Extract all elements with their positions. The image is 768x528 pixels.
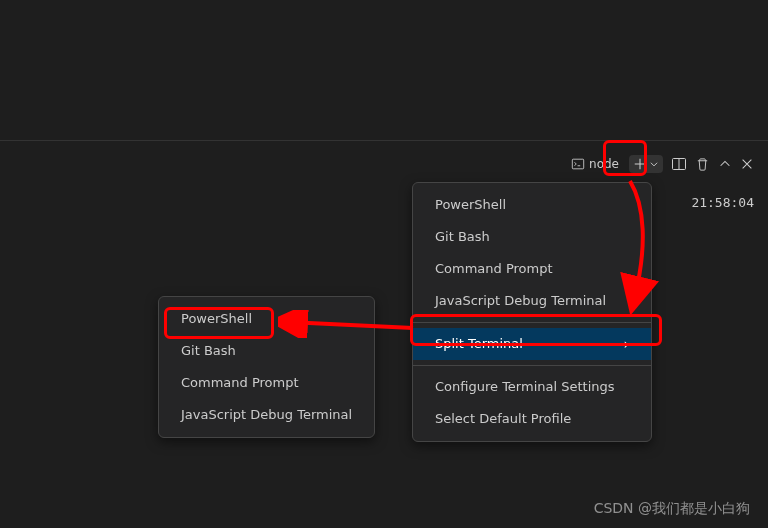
new-terminal-menu: PowerShell Git Bash Command Prompt JavaS… — [412, 182, 652, 442]
menu-item-label: Command Prompt — [181, 373, 299, 393]
new-terminal-dropdown[interactable] — [625, 151, 667, 177]
menu-item-git-bash[interactable]: Git Bash — [413, 221, 651, 253]
submenu-item-js-debug-terminal[interactable]: JavaScript Debug Terminal — [159, 399, 374, 431]
split-terminal-button[interactable] — [667, 151, 691, 177]
menu-item-js-debug-terminal[interactable]: JavaScript Debug Terminal — [413, 285, 651, 317]
menu-item-label: Select Default Profile — [435, 409, 571, 429]
menu-item-split-terminal[interactable]: Split Terminal › — [413, 328, 651, 360]
menu-separator — [413, 322, 651, 323]
menu-item-label: Git Bash — [435, 227, 490, 247]
split-panel-icon — [671, 156, 687, 172]
menu-item-powershell[interactable]: PowerShell — [413, 189, 651, 221]
svg-rect-0 — [572, 159, 583, 169]
menu-item-configure-settings[interactable]: Configure Terminal Settings — [413, 371, 651, 403]
editor-area — [0, 0, 768, 141]
terminal-timestamp: 21:58:04 — [691, 195, 754, 210]
watermark-text: CSDN @我们都是小白狗 — [594, 500, 750, 518]
submenu-item-git-bash[interactable]: Git Bash — [159, 335, 374, 367]
menu-item-label: JavaScript Debug Terminal — [181, 405, 352, 425]
terminal-process-label: node — [589, 157, 619, 171]
menu-item-label: Command Prompt — [435, 259, 553, 279]
maximize-panel-button[interactable] — [714, 151, 736, 177]
terminal-panel: node — [0, 141, 768, 528]
close-icon — [740, 157, 754, 171]
split-terminal-submenu: PowerShell Git Bash Command Prompt JavaS… — [158, 296, 375, 438]
terminal-process-indicator[interactable]: node — [565, 157, 625, 171]
terminal-toolbar: node — [565, 151, 758, 177]
chevron-up-icon — [718, 157, 732, 171]
menu-item-command-prompt[interactable]: Command Prompt — [413, 253, 651, 285]
plus-icon — [633, 157, 647, 171]
submenu-item-command-prompt[interactable]: Command Prompt — [159, 367, 374, 399]
chevron-right-icon: › — [623, 337, 629, 351]
menu-item-label: JavaScript Debug Terminal — [435, 291, 606, 311]
terminal-icon — [571, 157, 585, 171]
trash-icon — [695, 157, 710, 172]
menu-item-label: Split Terminal — [435, 334, 523, 354]
menu-item-label: Configure Terminal Settings — [435, 377, 615, 397]
menu-item-label: Git Bash — [181, 341, 236, 361]
close-panel-button[interactable] — [736, 151, 758, 177]
menu-item-label: PowerShell — [435, 195, 506, 215]
menu-item-default-profile[interactable]: Select Default Profile — [413, 403, 651, 435]
submenu-item-powershell[interactable]: PowerShell — [159, 303, 374, 335]
menu-separator — [413, 365, 651, 366]
kill-terminal-button[interactable] — [691, 151, 714, 177]
menu-item-label: PowerShell — [181, 309, 252, 329]
chevron-down-icon — [649, 159, 659, 169]
